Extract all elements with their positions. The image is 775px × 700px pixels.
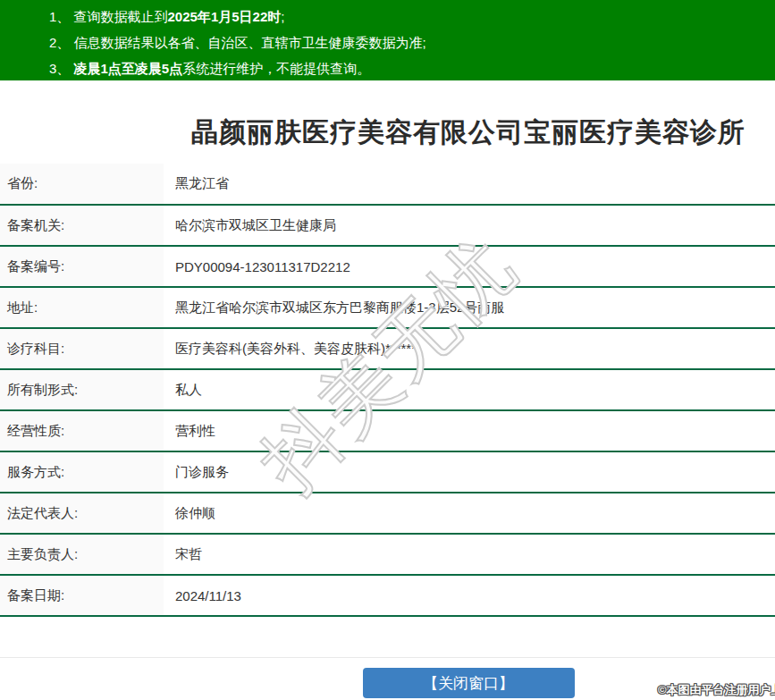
table-row-registration-number: 备案编号: PDY00094-123011317D2212 xyxy=(0,246,775,287)
row-value: 黑龙江省哈尔滨市双城区东方巴黎商服楼1-3层52号商服 xyxy=(164,287,775,328)
notice-text: 1、 查询数据截止到 xyxy=(49,9,168,24)
table-row-ownership-form: 所有制形式: 私人 xyxy=(0,369,775,410)
page-container: 1、 查询数据截止到2025年1月5日22时; 2、 信息数据结果以各省、自治区… xyxy=(0,0,775,698)
table-row-address: 地址: 黑龙江省哈尔滨市双城区东方巴黎商服楼1-3层52号商服 xyxy=(0,287,775,328)
row-value: PDY00094-123011317D2212 xyxy=(164,246,775,287)
row-label: 所有制形式: xyxy=(0,369,164,410)
row-label: 主要负责人: xyxy=(0,534,164,575)
notice-line-3: 3、 凌晨1点至凌晨5点系统进行维护，不能提供查询。 xyxy=(49,55,775,81)
row-value: 哈尔滨市双城区卫生健康局 xyxy=(164,205,775,246)
row-label: 经营性质: xyxy=(0,410,164,451)
row-value: 2024/11/13 xyxy=(164,575,775,616)
row-label: 地址: xyxy=(0,287,164,328)
row-label: 备案编号: xyxy=(0,246,164,287)
notice-text: 2、 信息数据结果以各省、自治区、直辖市卫生健康委数据为准; xyxy=(49,35,426,50)
table-row-province: 省份: 黑龙江省 xyxy=(0,164,775,205)
row-label: 服务方式: xyxy=(0,451,164,493)
table-row-registration-authority: 备案机关: 哈尔滨市双城区卫生健康局 xyxy=(0,205,775,246)
footer-divider xyxy=(0,657,775,658)
row-value: 私人 xyxy=(164,369,775,410)
notice-text-bold: 凌晨1点至凌晨5点 xyxy=(74,61,183,76)
notice-text: 3、 xyxy=(49,61,74,76)
notice-text-bold: 2025年1月5日22时 xyxy=(168,9,282,24)
notice-text: ; xyxy=(281,9,284,24)
row-label: 省份: xyxy=(0,164,164,205)
row-value: 营利性 xyxy=(164,410,775,451)
notice-line-2: 2、 信息数据结果以各省、自治区、直辖市卫生健康委数据为准; xyxy=(49,30,775,55)
table-row-service-mode: 服务方式: 门诊服务 xyxy=(0,451,775,493)
row-label: 法定代表人: xyxy=(0,493,164,534)
close-window-button[interactable]: 【关闭窗口】 xyxy=(363,668,575,698)
row-value: 徐仲顺 xyxy=(164,493,775,534)
table-row-legal-representative: 法定代表人: 徐仲顺 xyxy=(0,493,775,534)
table-row-operating-nature: 经营性质: 营利性 xyxy=(0,410,775,451)
row-label: 备案机关: xyxy=(0,205,164,246)
registration-table: 省份: 黑龙江省 备案机关: 哈尔滨市双城区卫生健康局 备案编号: PDY000… xyxy=(0,164,775,617)
notice-text: 系统进行维护，不能提供查询。 xyxy=(182,61,370,76)
table-row-registration-date: 备案日期: 2024/11/13 xyxy=(0,575,775,616)
notice-line-1: 1、 查询数据截止到2025年1月5日22时; xyxy=(49,4,775,30)
row-value: 黑龙江省 xyxy=(164,164,775,205)
row-label: 备案日期: xyxy=(0,575,164,616)
table-row-principal-person: 主要负责人: 宋哲 xyxy=(0,534,775,575)
page-title: 晶颜丽肤医疗美容有限公司宝丽医疗美容诊所 xyxy=(0,114,775,151)
table-row-treatment-subjects: 诊疗科目: 医疗美容科(美容外科、美容皮肤科)****** xyxy=(0,328,775,369)
image-credit-note: ©本图由平台注册用户上传 xyxy=(658,682,775,698)
row-value: 医疗美容科(美容外科、美容皮肤科)****** xyxy=(164,328,775,369)
row-value: 宋哲 xyxy=(164,534,775,575)
notice-banner: 1、 查询数据截止到2025年1月5日22时; 2、 信息数据结果以各省、自治区… xyxy=(0,0,775,80)
row-label: 诊疗科目: xyxy=(0,328,164,369)
row-value: 门诊服务 xyxy=(164,451,775,493)
